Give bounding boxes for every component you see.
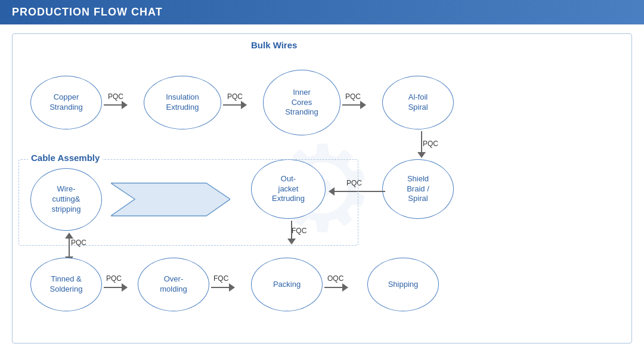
arrow-packing-to-oqc: [324, 283, 348, 292]
pqc-label-4: PQC: [423, 140, 438, 148]
pqc-label-2: PQC: [227, 92, 243, 101]
node-inner-cores-stranding: Inner Cores Stranding: [263, 70, 340, 135]
node-copper-stranding: Copper Stranding: [30, 76, 102, 129]
cable-assembly-label: Cable Assembly: [28, 153, 103, 163]
node-al-foil-spiral: Al-foil Spiral: [382, 76, 454, 129]
node-overmolding: Over- molding: [138, 258, 209, 311]
arrow-copper-to-pqc1: [104, 101, 128, 109]
svg-marker-0: [111, 183, 230, 216]
node-wire-cutting: Wire- cutting& stripping: [30, 168, 102, 231]
header-title: PRODUCTION FLOW CHAT: [12, 6, 163, 18]
main-content: ⚙ Bulk Wires Copper Stranding PQC Insula…: [0, 24, 644, 357]
pqc-label-7: PQC: [106, 274, 122, 283]
fqc-label-2: FQC: [213, 274, 228, 283]
arrow-inner-to-pqc3: [342, 101, 366, 109]
outer-box: ⚙ Bulk Wires Copper Stranding PQC Insula…: [12, 33, 632, 344]
node-shield-braid-spiral: Shield Braid / Spiral: [382, 159, 454, 219]
pqc-label-1: PQC: [108, 92, 123, 101]
bulk-wires-label: Bulk Wires: [251, 40, 297, 50]
arrow-overmolding-to-fqc: [211, 283, 235, 292]
arrow-insulation-to-pqc2: [223, 101, 247, 109]
node-packing: Packing: [251, 258, 323, 311]
header: PRODUCTION FLOW CHAT: [0, 0, 644, 24]
node-insulation-extruding: Insulation Extruding: [144, 76, 221, 129]
node-shipping: Shipping: [367, 258, 439, 311]
pqc-label-6: PQC: [71, 239, 86, 247]
big-chevron-placeholder: [111, 177, 230, 222]
arrow-tinned-to-pqc: [104, 283, 128, 292]
node-tinned-soldering: Tinned & Soldering: [30, 258, 102, 311]
chevron-arrow-svg: [111, 177, 230, 222]
pqc-label-3: PQC: [345, 92, 361, 101]
oqc-label: OQC: [327, 274, 343, 283]
